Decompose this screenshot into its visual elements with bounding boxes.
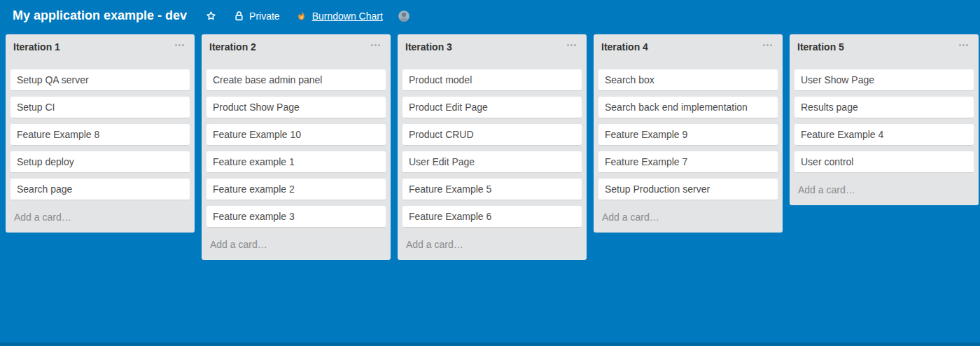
card[interactable]: Product model	[402, 69, 582, 91]
list-menu-icon[interactable]	[760, 43, 774, 48]
add-card-button[interactable]: Add a card…	[206, 233, 386, 260]
card-container: Create base admin panel Product Show Pag…	[206, 69, 386, 228]
board-header: My application example - dev Private Bur…	[0, 0, 980, 32]
card[interactable]: Feature Example 7	[598, 151, 778, 173]
card[interactable]: Feature example 3	[206, 206, 386, 228]
card[interactable]: Feature Example 8	[10, 124, 190, 146]
list-title[interactable]: Iteration 4	[601, 41, 775, 53]
list-title[interactable]: Iteration 5	[797, 41, 971, 53]
list-menu-icon[interactable]	[956, 43, 969, 48]
burndown-chart-label: Burndown Chart	[312, 11, 383, 22]
card-container: Product model Product Edit Page Product …	[402, 69, 582, 228]
card[interactable]: Feature Example 5	[402, 179, 582, 200]
list-title[interactable]: Iteration 3	[405, 41, 579, 53]
card[interactable]: Feature Example 6	[402, 206, 582, 228]
card[interactable]: Setup CI	[10, 97, 190, 118]
card[interactable]: Feature Example 10	[206, 124, 386, 146]
list-iteration-2: Iteration 2 Create base admin panel Prod…	[202, 34, 391, 260]
list-header: Iteration 2	[206, 34, 386, 69]
add-card-button[interactable]: Add a card…	[794, 179, 974, 205]
card[interactable]: User Edit Page	[402, 151, 582, 173]
star-board-button[interactable]	[206, 11, 216, 21]
star-icon	[206, 11, 216, 21]
add-card-button[interactable]: Add a card…	[598, 206, 778, 233]
list-iteration-5: Iteration 5 User Show Page Results page …	[790, 34, 979, 205]
horizontal-scrollbar-track[interactable]	[0, 342, 980, 346]
card-container: User Show Page Results page Feature Exam…	[794, 69, 974, 173]
member-silhouette-icon	[398, 11, 410, 22]
list-header: Iteration 1	[10, 34, 190, 69]
board-canvas: Iteration 1 Setup QA server Setup CI Fea…	[0, 32, 980, 260]
list-title[interactable]: Iteration 2	[209, 41, 383, 53]
card[interactable]: Search back end implementation	[598, 97, 778, 118]
burndown-chart-link[interactable]: Burndown Chart	[297, 11, 383, 22]
list-menu-icon[interactable]	[564, 43, 578, 48]
list-header: Iteration 3	[402, 34, 582, 69]
card-container: Setup QA server Setup CI Feature Example…	[10, 69, 190, 200]
card[interactable]: Setup QA server	[10, 69, 190, 91]
card[interactable]: Search box	[598, 69, 778, 91]
card[interactable]: Search page	[10, 179, 190, 200]
list-menu-icon[interactable]	[368, 43, 382, 48]
list-iteration-1: Iteration 1 Setup QA server Setup CI Fea…	[6, 34, 195, 233]
card[interactable]: Feature Example 4	[794, 124, 974, 146]
card[interactable]: Feature example 1	[206, 151, 386, 173]
flame-icon	[297, 11, 306, 22]
card-container: Search box Search back end implementatio…	[598, 69, 778, 200]
board-title[interactable]: My application example - dev	[13, 8, 187, 23]
list-menu-icon[interactable]	[172, 43, 186, 48]
add-card-button[interactable]: Add a card…	[10, 206, 190, 233]
card[interactable]: Setup deploy	[10, 151, 190, 173]
card[interactable]: Results page	[794, 97, 974, 118]
card[interactable]: Product CRUD	[402, 124, 582, 146]
card[interactable]: User control	[794, 151, 974, 173]
privacy-button[interactable]: Private	[234, 11, 280, 22]
list-header: Iteration 5	[794, 34, 974, 69]
card[interactable]: Product Edit Page	[402, 97, 582, 118]
card[interactable]: Create base admin panel	[206, 69, 386, 91]
card[interactable]: Setup Production server	[598, 179, 778, 200]
card[interactable]: Feature example 2	[206, 179, 386, 200]
card[interactable]: Product Show Page	[206, 97, 386, 118]
add-card-button[interactable]: Add a card…	[402, 233, 582, 260]
list-iteration-3: Iteration 3 Product model Product Edit P…	[398, 34, 587, 260]
privacy-label: Private	[249, 11, 280, 22]
list-header: Iteration 4	[598, 34, 778, 69]
card[interactable]: Feature Example 9	[598, 124, 778, 146]
trello-board-page: { "header": { "title": "My application e…	[0, 0, 980, 346]
card[interactable]: User Show Page	[794, 69, 974, 91]
list-iteration-4: Iteration 4 Search box Search back end i…	[594, 34, 783, 233]
list-title[interactable]: Iteration 1	[13, 41, 187, 53]
member-avatar[interactable]	[398, 11, 410, 22]
lock-icon	[234, 11, 244, 21]
